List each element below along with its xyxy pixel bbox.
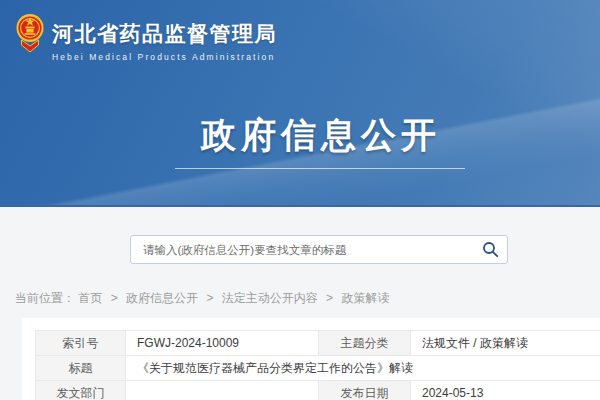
title-value: 《关于规范医疗器械产品分类界定工作的公告》解读 (126, 356, 600, 381)
site-brand[interactable]: 河北省药品监督管理局 Hebei Medical Products Admini… (16, 10, 277, 62)
search-input[interactable] (131, 236, 473, 263)
document-info-card: 索引号 FGWJ-2024-10009 主题分类 法规文件 / 政策解读 标题 … (22, 318, 600, 400)
site-subtitle-en: Hebei Medical Products Administration (52, 52, 277, 62)
banner-underline (175, 168, 465, 169)
topic-category-label: 主题分类 (319, 331, 411, 356)
title-label: 标题 (36, 356, 126, 381)
table-row: 标题 《关于规范医疗器械产品分类界定工作的公告》解读 (36, 356, 600, 381)
breadcrumb-prefix: 当前位置： (15, 291, 75, 305)
site-header: 河北省药品监督管理局 Hebei Medical Products Admini… (0, 0, 600, 207)
breadcrumb-separator: > (111, 291, 118, 305)
banner-title: 政府信息公开 (173, 112, 469, 159)
content-area: 当前位置： 首页 > 政府信息公开 > 法定主动公开内容 > 政策解读 索引号 … (0, 209, 600, 400)
china-national-emblem-icon (16, 10, 44, 56)
breadcrumb-separator: > (326, 291, 333, 305)
search-box (130, 235, 508, 264)
publish-date-value: 2024-05-13 (411, 381, 600, 400)
info-table: 索引号 FGWJ-2024-10009 主题分类 法规文件 / 政策解读 标题 … (35, 330, 600, 400)
search-button[interactable] (473, 236, 507, 263)
topic-category-value: 法规文件 / 政策解读 (411, 331, 600, 356)
page: 河北省药品监督管理局 Hebei Medical Products Admini… (0, 0, 600, 400)
index-number-value: FGWJ-2024-10009 (126, 331, 319, 356)
breadcrumb-item-info-disclosure[interactable]: 政府信息公开 (126, 291, 198, 305)
table-row: 索引号 FGWJ-2024-10009 主题分类 法规文件 / 政策解读 (36, 331, 600, 356)
search-icon (482, 241, 499, 258)
table-row: 发文部门 发布日期 2024-05-13 (36, 381, 600, 400)
issuing-dept-value (126, 381, 319, 400)
breadcrumb-separator: > (206, 291, 213, 305)
publish-date-label: 发布日期 (319, 381, 411, 400)
issuing-dept-label: 发文部门 (36, 381, 126, 400)
site-title: 河北省药品监督管理局 (52, 20, 277, 48)
breadcrumb-item-policy-interpretation[interactable]: 政策解读 (341, 291, 389, 305)
index-number-label: 索引号 (36, 331, 126, 356)
breadcrumb: 当前位置： 首页 > 政府信息公开 > 法定主动公开内容 > 政策解读 (15, 290, 389, 307)
breadcrumb-item-statutory-content[interactable]: 法定主动公开内容 (222, 291, 318, 305)
breadcrumb-item-home[interactable]: 首页 (78, 291, 102, 305)
site-brand-text: 河北省药品监督管理局 Hebei Medical Products Admini… (52, 10, 277, 62)
